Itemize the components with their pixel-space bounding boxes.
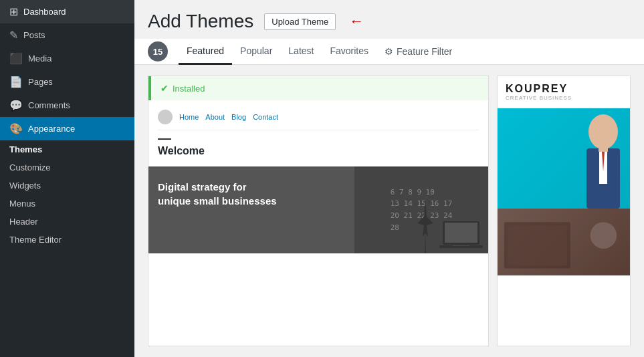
kouprey-logo: KOUPREY <box>506 83 572 95</box>
svg-rect-3 <box>453 245 469 246</box>
sidebar: ⊞ Dashboard ✎ Posts ⬛ Media 📄 Pages 💬 Co… <box>0 0 134 357</box>
theme-top-section: Home About Blog Contact Welcome <box>148 100 488 166</box>
main-content: Add Themes Upload Theme ← 15 Featured Po… <box>134 0 644 357</box>
arrow-indicator: ← <box>349 13 364 30</box>
kouprey-sub: CREATIVE BUSINESS <box>506 95 572 101</box>
sidebar-label-appearance: Appearance <box>28 124 75 134</box>
pages-icon: 📄 <box>9 76 23 88</box>
theme-count-badge: 15 <box>148 41 168 62</box>
checkmark-icon: ✔ <box>160 83 169 94</box>
sidebar-item-appearance[interactable]: 🎨 Appearance <box>0 117 134 140</box>
svg-rect-8 <box>599 146 608 152</box>
plant-icon <box>416 200 435 253</box>
sidebar-subitem-widgets[interactable]: Widgets <box>0 176 134 195</box>
theme-logo <box>158 110 173 124</box>
menus-label: Menus <box>9 199 35 209</box>
sidebar-label-comments: Comments <box>28 100 70 110</box>
tab-featured[interactable]: Featured <box>179 39 232 65</box>
welcome-text: Welcome <box>158 145 479 157</box>
laptop-icon <box>439 220 483 250</box>
svg-point-4 <box>588 114 618 149</box>
theme-card-installed[interactable]: ✔ Installed Home About Blog Contact Welc… <box>148 76 489 346</box>
tab-favorites[interactable]: Favorites <box>322 39 377 65</box>
comments-icon: 💬 <box>9 99 23 112</box>
sidebar-item-media[interactable]: ⬛ Media <box>0 47 134 70</box>
sidebar-item-posts[interactable]: ✎ Posts <box>0 23 134 47</box>
installed-label: Installed <box>173 84 205 94</box>
svg-rect-1 <box>445 223 477 243</box>
theme-nav: Home About Blog Contact <box>158 110 479 130</box>
tab-popular-label: Popular <box>240 45 272 56</box>
theme-dark-text: Digital strategy forunique small busines… <box>158 180 479 208</box>
tab-favorites-label: Favorites <box>330 45 368 56</box>
sidebar-subitem-header[interactable]: Header <box>0 213 134 231</box>
page-title: Add Themes <box>148 11 253 32</box>
red-arrow-icon: ← <box>349 13 364 30</box>
sidebar-subitem-theme-editor[interactable]: Theme Editor <box>0 231 134 249</box>
bottom-overlay <box>498 209 630 275</box>
person-svg <box>570 112 623 209</box>
sidebar-subitem-customize[interactable]: Customize <box>0 158 134 176</box>
kouprey-header: KOUPREY CREATIVE BUSINESS <box>498 76 630 108</box>
kouprey-branding: KOUPREY CREATIVE BUSINESS <box>506 83 572 101</box>
theme-dark-section: Digital strategy forunique small busines… <box>148 166 488 253</box>
tabs-area: 15 Featured Popular Latest Favorites ⚙ F… <box>134 39 644 65</box>
dashboard-icon: ⊞ <box>9 5 18 18</box>
sidebar-item-pages[interactable]: 📄 Pages <box>0 70 134 94</box>
gear-icon: ⚙ <box>385 46 393 57</box>
theme-editor-label: Theme Editor <box>9 235 62 245</box>
theme-nav-links: Home About Blog Contact <box>179 113 278 121</box>
welcome-divider <box>158 138 171 140</box>
tab-latest-label: Latest <box>288 45 314 56</box>
kouprey-bottom-image <box>498 209 630 275</box>
appearance-icon: 🎨 <box>9 122 23 135</box>
header-label: Header <box>9 217 38 227</box>
sidebar-subitem-menus[interactable]: Menus <box>0 195 134 213</box>
upload-theme-button[interactable]: Upload Theme <box>264 13 336 30</box>
posts-icon: ✎ <box>9 29 18 41</box>
themes-label: Themes <box>9 144 42 154</box>
sidebar-label-dashboard: Dashboard <box>23 7 66 17</box>
kouprey-image-area <box>498 108 630 346</box>
installed-banner: ✔ Installed <box>148 76 488 100</box>
sidebar-subitem-themes[interactable]: Themes <box>0 140 134 158</box>
tab-feature-filter-label: Feature Filter <box>397 46 452 57</box>
sidebar-label-media: Media <box>28 53 51 64</box>
tab-popular[interactable]: Popular <box>232 39 280 65</box>
widgets-label: Widgets <box>9 181 41 191</box>
tab-latest[interactable]: Latest <box>280 39 322 65</box>
customize-label: Customize <box>9 162 50 172</box>
person-image <box>498 108 630 209</box>
media-icon: ⬛ <box>9 52 23 65</box>
theme-card-kouprey[interactable]: KOUPREY CREATIVE BUSINESS <box>497 76 631 346</box>
sidebar-item-comments[interactable]: 💬 Comments <box>0 94 134 117</box>
sidebar-label-posts: Posts <box>23 30 45 40</box>
header-area: Add Themes Upload Theme ← <box>134 0 644 32</box>
tab-featured-label: Featured <box>187 45 224 56</box>
sidebar-label-pages: Pages <box>28 77 53 87</box>
content-area: ✔ Installed Home About Blog Contact Welc… <box>134 65 644 357</box>
sidebar-item-dashboard[interactable]: ⊞ Dashboard <box>0 0 134 23</box>
tab-feature-filter[interactable]: ⚙ Feature Filter <box>377 39 460 64</box>
